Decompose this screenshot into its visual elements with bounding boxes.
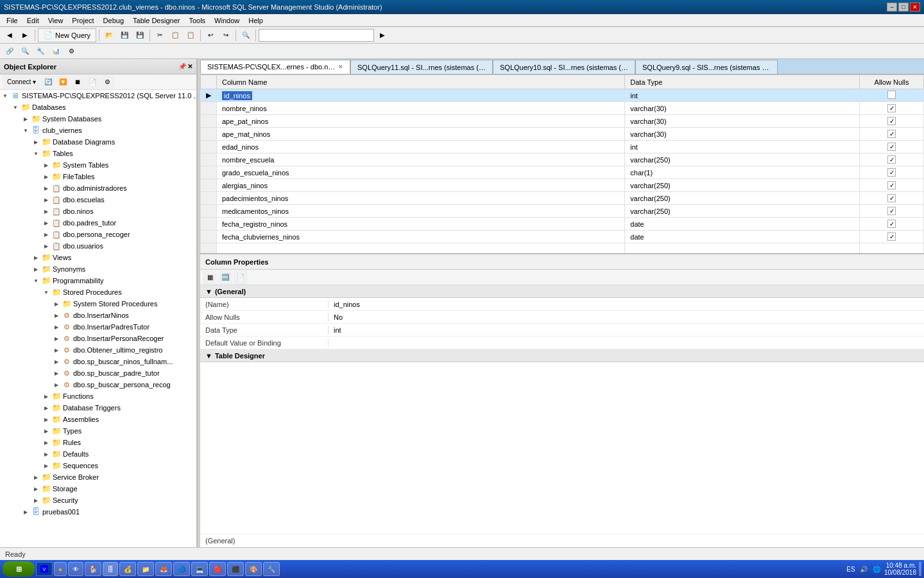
tree-expander-types[interactable]: ▶ bbox=[41, 425, 51, 437]
tree-item-dbo-insertar-padres-tutor[interactable]: ▶ ⚙ dbo.InsertarPadresTutor bbox=[0, 321, 196, 333]
checkbox-10[interactable]: ✓ bbox=[887, 220, 896, 228]
toolbar2-btn4[interactable]: 📊 bbox=[49, 44, 63, 58]
grid-col-type-6[interactable]: char(1) bbox=[625, 166, 860, 179]
checkbox-6[interactable]: ✓ bbox=[887, 168, 896, 177]
grid-col-name-11[interactable]: fecha_clubviernes_ninos bbox=[217, 231, 625, 243]
grid-col-nulls-3[interactable]: ✓ bbox=[860, 128, 924, 141]
toolbar2-btn3[interactable]: 🔧 bbox=[33, 44, 47, 58]
grid-col-name-0[interactable]: id_ninos bbox=[217, 89, 625, 102]
oe-close-icon[interactable]: ✕ bbox=[187, 63, 193, 70]
checkbox-8[interactable]: ✓ bbox=[887, 194, 896, 202]
toolbar-back-btn[interactable]: ◀ bbox=[3, 28, 17, 42]
checkbox-0[interactable] bbox=[887, 91, 896, 99]
tree-expander-views[interactable]: ▶ bbox=[31, 252, 41, 263]
grid-col-nulls-8[interactable]: ✓ bbox=[860, 192, 924, 205]
grid-col-nulls-10[interactable]: ✓ bbox=[860, 218, 924, 231]
tab-2[interactable]: SQLQuery10.sql - SI...rnes (sistemas (52… bbox=[493, 60, 635, 74]
grid-col-type-9[interactable]: varchar(250) bbox=[625, 205, 860, 218]
checkbox-5[interactable]: ✓ bbox=[887, 155, 896, 164]
tree-item-views[interactable]: ▶ 📁 Views bbox=[0, 252, 196, 263]
tree-item-sequences[interactable]: ▶ 📁 Sequences bbox=[0, 460, 196, 471]
grid-col-nulls-0[interactable] bbox=[860, 89, 924, 102]
tree-item-club-viernes[interactable]: ▼ 🗄 club_viernes bbox=[0, 125, 196, 136]
taskbar-sql[interactable]: 🗄 bbox=[103, 562, 118, 576]
toolbar-go-btn[interactable]: ▶ bbox=[375, 28, 389, 42]
new-query-button[interactable]: 📄 New Query bbox=[38, 28, 96, 42]
grid-col-name-1[interactable]: nombre_ninos bbox=[217, 102, 625, 115]
oe-connect-btn[interactable]: Connect ▾ bbox=[3, 75, 40, 89]
oe-refresh-btn[interactable]: 🔄 bbox=[41, 75, 55, 89]
checkbox-4[interactable]: ✓ bbox=[887, 143, 896, 151]
grid-col-nulls-5[interactable]: ✓ bbox=[860, 153, 924, 166]
grid-row-10[interactable]: fecha_registro_ninosdate✓ bbox=[201, 218, 924, 231]
taskbar-app2[interactable]: ● bbox=[54, 562, 67, 576]
tray-show-desktop[interactable] bbox=[919, 562, 921, 576]
toolbar-paste-btn[interactable]: 📋 bbox=[184, 28, 198, 42]
tree-expander-dbo-obtener-ultimo-registro[interactable]: ▶ bbox=[51, 344, 62, 356]
start-button[interactable]: ⊞ bbox=[3, 561, 35, 577]
tree-item-dbo-obtener-ultimo-registro[interactable]: ▶ ⚙ dbo.Obtener_ultimo_registro bbox=[0, 344, 196, 356]
grid-col-type-10[interactable]: date bbox=[625, 218, 860, 231]
toolbar2-btn2[interactable]: 🔍 bbox=[18, 44, 32, 58]
menu-item-tools[interactable]: Tools bbox=[185, 15, 209, 26]
oe-props-btn[interactable]: ⚙ bbox=[100, 75, 114, 89]
toolbar-save-all-btn[interactable]: 💾 bbox=[133, 28, 147, 42]
grid-col-name-4[interactable]: edad_ninos bbox=[217, 141, 625, 153]
grid-col-type-1[interactable]: varchar(30) bbox=[625, 102, 860, 115]
tree-expander-security[interactable]: ▶ bbox=[31, 495, 41, 506]
tree-expander-dbo-sp-buscar-ninos-fullname[interactable]: ▶ bbox=[51, 356, 62, 367]
tree-item-dbo-ninos[interactable]: ▶ 📋 dbo.ninos bbox=[0, 206, 196, 217]
tree-expander-dbo-insertar-padres-tutor[interactable]: ▶ bbox=[51, 321, 62, 333]
grid-row-4[interactable]: edad_ninosint✓ bbox=[201, 141, 924, 153]
grid-col-type-5[interactable]: varchar(250) bbox=[625, 153, 860, 166]
tray-network[interactable]: 🌐 bbox=[871, 564, 882, 574]
checkbox-7[interactable]: ✓ bbox=[887, 181, 896, 189]
tree-item-assemblies[interactable]: ▶ 📁 Assemblies bbox=[0, 414, 196, 425]
tree-expander-database-triggers[interactable]: ▶ bbox=[41, 402, 51, 414]
grid-row-3[interactable]: ape_mat_ninosvarchar(30)✓ bbox=[201, 128, 924, 141]
taskbar-chrome[interactable]: 🔵 bbox=[173, 562, 190, 576]
tab-1[interactable]: SQLQuery11.sql - SI...rnes (sistemas (54… bbox=[350, 60, 493, 74]
tree-item-dbo-padres-tutor[interactable]: ▶ 📋 dbo.padres_tutor bbox=[0, 217, 196, 229]
grid-col-name-3[interactable]: ape_mat_ninos bbox=[217, 128, 625, 141]
tree-item-dbo-sp-buscar-padre-tutor[interactable]: ▶ ⚙ dbo.sp_buscar_padre_tutor bbox=[0, 367, 196, 379]
tree-item-synonyms[interactable]: ▶ 📁 Synonyms bbox=[0, 263, 196, 275]
oe-pin-icon[interactable]: 📌 bbox=[178, 63, 186, 70]
checkbox-1[interactable]: ✓ bbox=[887, 104, 896, 112]
grid-col-name-7[interactable]: alergias_ninos bbox=[217, 179, 625, 192]
menu-item-help[interactable]: Help bbox=[244, 15, 267, 26]
tree-item-dbo-insertar-persona-recoger[interactable]: ▶ ⚙ dbo.InsertarPersonaRecoger bbox=[0, 333, 196, 344]
taskbar-gold[interactable]: ⬛ bbox=[227, 562, 244, 576]
grid-row-9[interactable]: medicamentos_ninosvarchar(250)✓ bbox=[201, 205, 924, 218]
tree-expander-dbo-sp-buscar-padre-tutor[interactable]: ▶ bbox=[51, 367, 62, 379]
grid-row-7[interactable]: alergias_ninosvarchar(250)✓ bbox=[201, 179, 924, 192]
taskbar-firefox[interactable]: 🦊 bbox=[155, 562, 172, 576]
taskbar-caja[interactable]: 💰 bbox=[119, 562, 136, 576]
menu-item-window[interactable]: Window bbox=[210, 15, 243, 26]
tree-item-server[interactable]: ▼ 🖥 SISTEMAS-PC\SQLEXPRESS2012 (SQL Serv… bbox=[0, 90, 196, 101]
tree-expander-dbo-escuelas[interactable]: ▶ bbox=[41, 194, 51, 206]
props-value-2[interactable]: int bbox=[329, 326, 924, 334]
taskbar-app4[interactable]: 🐕 bbox=[85, 562, 101, 576]
tree-expander-stored-procedures[interactable]: ▼ bbox=[41, 286, 51, 298]
tree-item-file-tables[interactable]: ▶ 📁 FileTables bbox=[0, 171, 196, 182]
tree-item-dbo-escuelas[interactable]: ▶ 📋 dbo.escuelas bbox=[0, 194, 196, 206]
taskbar-folder[interactable]: 📁 bbox=[137, 562, 154, 576]
grid-row-6[interactable]: grado_escuela_ninoschar(1)✓ bbox=[201, 166, 924, 179]
menu-item-project[interactable]: Project bbox=[68, 15, 98, 26]
props-value-0[interactable]: id_ninos bbox=[329, 301, 924, 308]
grid-col-type-0[interactable]: int bbox=[625, 89, 860, 102]
tree-item-service-broker[interactable]: ▶ 📁 Service Broker bbox=[0, 471, 196, 483]
tree-expander-server[interactable]: ▼ bbox=[0, 90, 10, 101]
title-bar-buttons[interactable]: – □ ✕ bbox=[887, 3, 920, 12]
tree-expander-synonyms[interactable]: ▶ bbox=[31, 263, 41, 275]
tree-expander-defaults[interactable]: ▶ bbox=[41, 448, 51, 460]
toolbar-cut-btn[interactable]: ✂ bbox=[153, 28, 167, 42]
tree-expander-assemblies[interactable]: ▶ bbox=[41, 414, 51, 425]
taskbar-paint[interactable]: 🎨 bbox=[245, 562, 262, 576]
grid-col-type-11[interactable]: date bbox=[625, 231, 860, 243]
grid-col-type-7[interactable]: varchar(250) bbox=[625, 179, 860, 192]
tree-expander-tables[interactable]: ▼ bbox=[31, 148, 41, 159]
tree-item-storage[interactable]: ▶ 📁 Storage bbox=[0, 483, 196, 495]
tree-item-stored-procedures[interactable]: ▼ 📁 Stored Procedures bbox=[0, 286, 196, 298]
